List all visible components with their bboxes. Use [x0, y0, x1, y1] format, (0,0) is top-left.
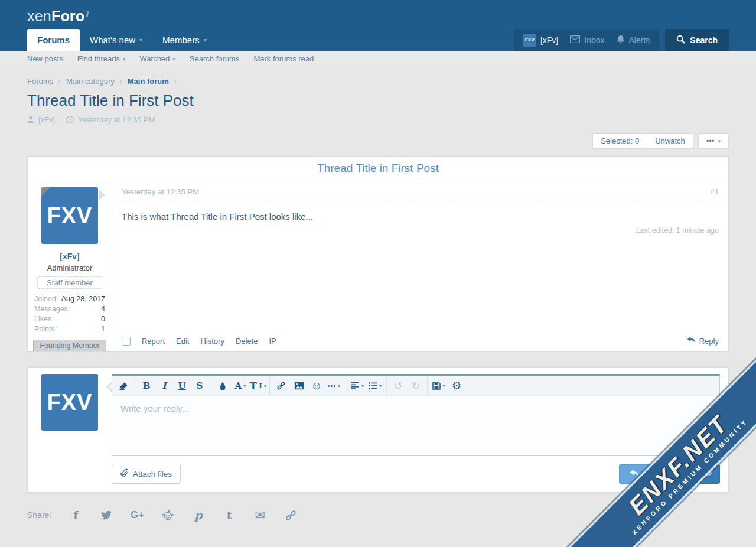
email-icon[interactable]: ✉ — [253, 509, 266, 522]
twitter-icon[interactable] — [100, 509, 113, 522]
ip-link[interactable]: IP — [269, 337, 276, 346]
search-label: Search — [690, 35, 718, 45]
founding-member-banner: Founding Member — [33, 340, 106, 351]
nav-tab-members[interactable]: Members▾ — [152, 29, 217, 51]
font-size-label: T — [250, 380, 257, 392]
post-date-link[interactable]: Yesterday at 12:35 PM — [122, 187, 199, 196]
insert-image-button[interactable] — [290, 377, 308, 395]
thread-author[interactable]: [xFv] — [38, 115, 55, 124]
toolbar-group: B I U S — [135, 376, 211, 396]
reply-link[interactable]: Reply — [687, 336, 719, 346]
floppy-icon — [432, 382, 441, 390]
font-family-button[interactable]: A▾ — [232, 377, 249, 395]
selected-count-button[interactable]: Selected: 0 — [592, 133, 647, 149]
subnav-mark-forums-read[interactable]: Mark forums read — [253, 54, 314, 63]
author-cell: FXV [xFv] Administrator Staff member Joi… — [28, 181, 112, 351]
delete-link[interactable]: Delete — [236, 337, 258, 346]
strikethrough-button[interactable]: S — [191, 377, 208, 395]
italic-button[interactable]: I — [155, 377, 173, 395]
thread-date[interactable]: Yesterday at 12:35 PM — [78, 115, 155, 124]
author-stats: Joined:Aug 28, 2017 Messages:4 Likes:0 P… — [28, 294, 112, 334]
link-icon — [276, 381, 286, 390]
meta-separator: · — [59, 115, 61, 124]
more-formatting-button[interactable]: •••▾ — [325, 377, 343, 395]
avatar[interactable]: FXV — [41, 187, 98, 244]
more-options-button[interactable]: ••• ▾ — [698, 133, 729, 149]
author-username[interactable]: [xFv] — [60, 252, 79, 261]
visitor-tabs: FXV [xFv] Inbox Alerts — [514, 29, 659, 51]
logo-suffix: Foro — [51, 8, 84, 24]
subnav-label: Mark forums read — [253, 54, 314, 63]
thread-card-title: Thread Title in First Post — [28, 157, 728, 181]
text-color-button[interactable] — [214, 377, 232, 395]
post-reply-button[interactable]: Post reply — [619, 464, 690, 484]
chevron-down-icon: ▾ — [243, 383, 246, 389]
gear-icon: ⚙ — [452, 379, 461, 392]
report-link[interactable]: Report — [142, 337, 165, 346]
reddit-icon[interactable] — [161, 509, 174, 522]
message-beak-decoration — [99, 190, 105, 200]
subnav-search-forums[interactable]: Search forums — [190, 54, 240, 63]
tumblr-icon[interactable]: t — [223, 509, 236, 522]
eye-icon — [701, 468, 712, 479]
insert-link-button[interactable] — [272, 377, 290, 395]
share-bar: Share: f G+ p t ✉ — [27, 509, 729, 522]
nav-tab-whats-new[interactable]: What's new▾ — [80, 29, 152, 51]
subnav-watched[interactable]: Watched▾ — [140, 54, 175, 63]
history-link[interactable]: History — [200, 337, 224, 346]
toolbar-group: ☺ •••▾ — [269, 376, 346, 396]
remove-format-button[interactable] — [115, 377, 132, 395]
drafts-button[interactable]: ▾ — [430, 377, 448, 395]
list-icon — [369, 382, 377, 389]
toolbar-group — [112, 376, 135, 396]
reply-textarea[interactable] — [112, 396, 719, 453]
avatar-text: FXV — [47, 203, 93, 229]
breadcrumb-main-category[interactable]: Main category — [66, 77, 115, 86]
subnav-find-threads[interactable]: Find threads▾ — [77, 54, 126, 63]
breadcrumb-main-forum[interactable]: Main forum — [128, 77, 169, 86]
site-logo[interactable]: xenForo — [0, 0, 756, 25]
font-size-button[interactable]: TI▾ — [249, 377, 267, 395]
logo-tick — [86, 11, 89, 17]
post-content: Yesterday at 12:35 PM #1 This is what Th… — [112, 181, 728, 351]
underline-button[interactable]: U — [173, 377, 191, 395]
facebook-icon[interactable]: f — [69, 509, 82, 522]
chevron-down-icon: ▾ — [361, 383, 364, 389]
undo-button[interactable]: ↺ — [389, 377, 407, 395]
smilies-button[interactable]: ☺ — [308, 377, 325, 395]
edit-link[interactable]: Edit — [176, 337, 189, 346]
attach-files-button[interactable]: Attach files — [112, 464, 181, 484]
redo-icon: ↻ — [412, 380, 420, 392]
toolbar-group: ▾ ▾ — [346, 376, 386, 396]
preview-button[interactable] — [693, 464, 720, 484]
paperclip-icon — [120, 468, 128, 479]
stat-value: 1 — [101, 324, 105, 334]
search-button[interactable]: Search — [665, 29, 729, 51]
subnav-new-posts[interactable]: New posts — [27, 54, 63, 63]
bbcode-settings-button[interactable]: ⚙ — [448, 377, 465, 395]
inbox-menu[interactable]: Inbox — [570, 35, 604, 45]
breadcrumb-forums[interactable]: Forums — [27, 77, 53, 86]
bold-button[interactable]: B — [138, 377, 155, 395]
ellipsis-icon: ••• — [327, 382, 336, 389]
avatar[interactable]: FXV — [41, 374, 98, 431]
logo-prefix: xen — [27, 8, 51, 24]
select-post-checkbox[interactable] — [122, 337, 131, 346]
alignment-button[interactable]: ▾ — [348, 377, 366, 395]
google-plus-icon[interactable]: G+ — [131, 509, 144, 522]
unwatch-button[interactable]: Unwatch — [647, 133, 693, 149]
chevron-down-icon: ▾ — [172, 56, 175, 62]
last-edited-note: Last edited: 1 minute ago — [122, 226, 719, 235]
stat-label: Likes: — [34, 314, 54, 324]
nav-tab-forums[interactable]: Forums — [27, 29, 80, 51]
thread-card: Thread Title in First Post FXV [xFv] Adm… — [27, 156, 729, 352]
list-button[interactable]: ▾ — [366, 377, 384, 395]
stat-label: Messages: — [34, 304, 70, 314]
post-number-link[interactable]: #1 — [711, 187, 719, 196]
link-icon[interactable] — [284, 509, 297, 522]
redo-button[interactable]: ↻ — [407, 377, 425, 395]
pinterest-icon[interactable]: p — [192, 509, 205, 522]
account-menu[interactable]: FXV [xFv] — [523, 34, 558, 47]
post-footer: Report Edit History Delete IP Reply — [122, 330, 719, 346]
alerts-menu[interactable]: Alerts — [617, 35, 650, 45]
